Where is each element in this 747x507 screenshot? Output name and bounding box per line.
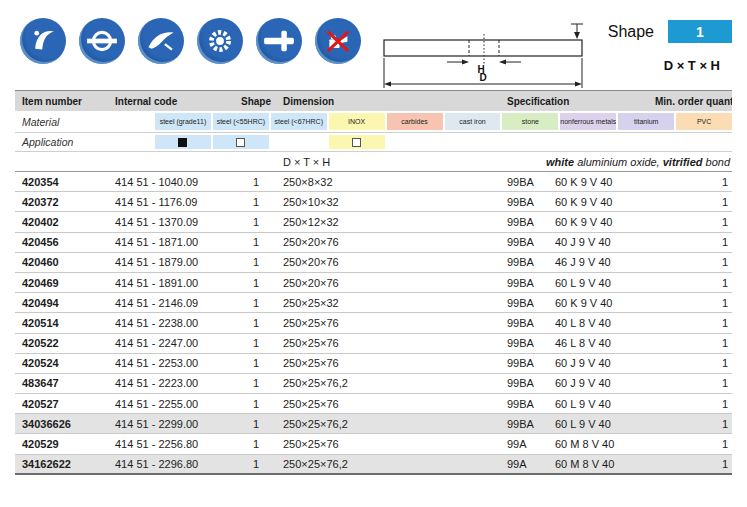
specification-value: 99BA60 K 9 V 40 [499, 196, 655, 208]
bench-grinder-icon [20, 18, 66, 64]
internal-code: 414 51 - 2255.00 [107, 398, 235, 410]
shape-value: 1 [235, 317, 277, 329]
specification-value: 99BA60 L 9 V 40 [499, 418, 655, 430]
internal-code: 414 51 - 2223.00 [107, 377, 235, 389]
min-order-qty: 1 [655, 398, 732, 410]
material-cell: steel (<55HRC) [213, 113, 269, 130]
dimension-subheader: D × T × H [277, 156, 499, 168]
shape-value: 1 [235, 297, 277, 309]
shape-value: 1 [235, 236, 277, 248]
table-row: 34036626414 51 - 2299.001250×25×76,299BA… [15, 414, 732, 434]
internal-code: 414 51 - 1871.00 [107, 236, 235, 248]
dimension-value: 250×25×76 [277, 337, 499, 349]
dimension-value: 250×25×76,2 [277, 458, 499, 470]
checkbox-empty [236, 138, 245, 147]
table-row: 420469414 51 - 1891.001250×20×7699BA60 L… [15, 273, 732, 293]
shape-value: 1 [235, 357, 277, 369]
shape-value: 1 [235, 377, 277, 389]
internal-code: 414 51 - 1176.09 [107, 196, 235, 208]
gear-grinding-icon [197, 18, 243, 64]
min-order-qty: 1 [655, 317, 732, 329]
application-cell [271, 135, 327, 149]
table-row: 420527414 51 - 2255.001250×25×7699BA60 L… [15, 394, 732, 414]
material-cell: PVC [676, 113, 732, 130]
specification-value: 99BA40 J 9 V 40 [499, 236, 655, 248]
internal-code: 414 51 - 1040.09 [107, 176, 235, 188]
table-row: 420456414 51 - 1871.001250×20×7699BA40 J… [15, 233, 732, 253]
specification-value: 99A60 M 8 V 40 [499, 458, 655, 470]
material-cell: titanium [618, 113, 674, 130]
internal-code: 414 51 - 2247.00 [107, 337, 235, 349]
table-row: 34162622414 51 - 2296.801250×25×76,299A6… [15, 455, 732, 475]
shape-value: 1 [235, 337, 277, 349]
material-cell: INOX [329, 113, 385, 130]
shape-value: 1 [235, 398, 277, 410]
item-number: 420354 [15, 176, 107, 188]
application-cell [155, 135, 211, 149]
d-dimension-label: D [479, 72, 486, 83]
table-row: 483647414 51 - 2223.001250×25×76,299BA60… [15, 374, 732, 394]
col-dimension: Dimension [277, 96, 499, 107]
item-number: 420529 [15, 438, 107, 450]
dimension-value: 250×8×32 [277, 176, 499, 188]
shape-label: Shape [608, 23, 654, 41]
table-row: 420460414 51 - 1879.001250×20×7699BA46 J… [15, 253, 732, 273]
specification-value: 99BA60 K 9 V 40 [499, 297, 655, 309]
item-number: 34036626 [15, 418, 107, 430]
item-number: 420522 [15, 337, 107, 349]
shape-info: Shape 1 D × T × H [608, 14, 732, 73]
item-number: 420514 [15, 317, 107, 329]
shape-value: 1 [235, 458, 277, 470]
material-cell: nonferrous metals [560, 113, 616, 130]
internal-code: 414 51 - 1879.00 [107, 256, 235, 268]
col-item-number: Item number [15, 96, 107, 107]
material-cell: cast iron [445, 113, 501, 130]
item-number: 420469 [15, 277, 107, 289]
internal-code: 414 51 - 2146.09 [107, 297, 235, 309]
application-cell [329, 135, 385, 149]
shape-value: 1 [235, 196, 277, 208]
material-row: Material steel (grade11)steel (<55HRC)st… [15, 111, 732, 133]
material-cell: carbides [387, 113, 443, 130]
checkbox-empty [352, 138, 361, 147]
specification-value: 99BA60 L 9 V 40 [499, 398, 655, 410]
item-number: 420456 [15, 236, 107, 248]
no-coolant-icon [315, 18, 361, 64]
item-number: 420524 [15, 357, 107, 369]
min-order-qty: 1 [655, 196, 732, 208]
shape-value: 1 [235, 418, 277, 430]
application-cell [676, 135, 732, 149]
shape-number-badge: 1 [668, 20, 732, 43]
item-number: 34162622 [15, 458, 107, 470]
min-order-qty: 1 [655, 176, 732, 188]
table-body: 420354414 51 - 1040.091250×8×3299BA60 K … [15, 172, 732, 475]
application-cell [618, 135, 674, 149]
table-row: 420514414 51 - 2238.001250×25×7699BA40 L… [15, 313, 732, 333]
min-order-qty: 1 [655, 216, 732, 228]
col-min-order-qty: Min. order quantity [655, 96, 732, 107]
item-number: 420460 [15, 256, 107, 268]
internal-code: 414 51 - 1370.09 [107, 216, 235, 228]
shape-value: 1 [235, 176, 277, 188]
material-cells: steel (grade11)steel (<55HRC)steel (<67H… [155, 111, 732, 132]
min-order-qty: 1 [655, 438, 732, 450]
hand-sharpening-icon [138, 18, 184, 64]
min-order-qty: 1 [655, 458, 732, 470]
application-cells [155, 133, 732, 151]
dimension-value: 250×10×32 [277, 196, 499, 208]
sub-header-row: D × T × H white aluminium oxide, vitrifi… [15, 152, 732, 172]
item-number: 420402 [15, 216, 107, 228]
application-cell [445, 135, 501, 149]
table-row: 420522414 51 - 2247.001250×25×7699BA46 L… [15, 334, 732, 354]
specification-value: 99BA60 L 9 V 40 [499, 277, 655, 289]
product-table: Item number Internal code Shape Dimensio… [15, 90, 732, 475]
application-cell [502, 135, 558, 149]
item-number: 483647 [15, 377, 107, 389]
dimension-value: 250×20×76 [277, 256, 499, 268]
shape-value: 1 [235, 256, 277, 268]
dimension-value: 250×12×32 [277, 216, 499, 228]
shape-value: 1 [235, 216, 277, 228]
dimension-value: 250×25×76,2 [277, 377, 499, 389]
col-specification: Specification [499, 96, 655, 107]
dimension-value: 250×25×76 [277, 438, 499, 450]
